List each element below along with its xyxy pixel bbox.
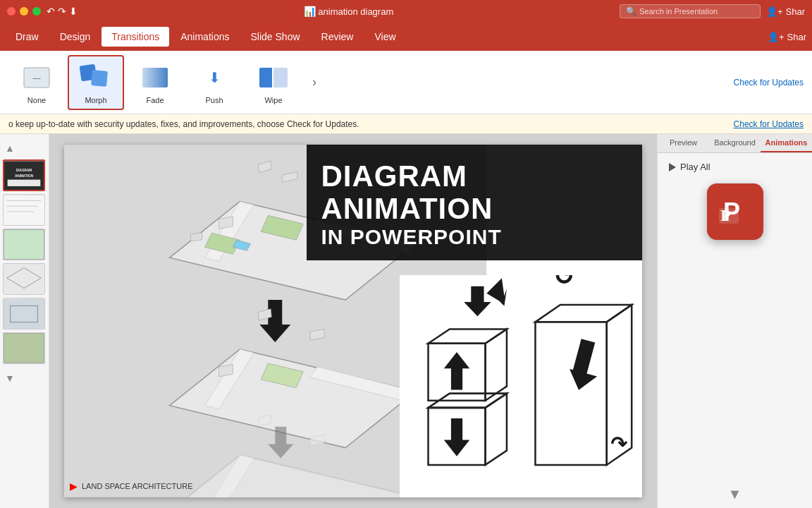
minimize-button[interactable] <box>20 7 28 16</box>
transition-morph[interactable]: Morph <box>68 55 124 110</box>
transition-wipe[interactable]: Wipe <box>245 56 302 109</box>
tab-background[interactable]: Background <box>709 134 761 152</box>
transition-fade[interactable]: Fade <box>127 56 183 109</box>
slides-panel: ▲ DIAGRAM ANIMATION <box>0 134 49 508</box>
svg-marker-41 <box>464 286 491 317</box>
title-line1: DIAGRAM ANIMATION <box>321 160 625 225</box>
ribbon-scroll-right[interactable]: › <box>307 72 321 92</box>
menu-transitions[interactable]: Transitions <box>102 27 169 47</box>
right-panel: Preview Background Animations Play All P… <box>657 134 812 508</box>
undo-button[interactable]: ↶ <box>47 6 55 17</box>
ribbon: — None Morph Fade ⬇ Push <box>0 51 812 114</box>
svg-text:ANIMATION: ANIMATION <box>15 174 34 177</box>
menu-draw[interactable]: Draw <box>6 27 49 47</box>
tab-animations[interactable]: Animations <box>761 134 812 152</box>
slide-canvas: DIAGRAM ANIMATION IN POWERPOINT <box>64 145 642 497</box>
play-triangle-icon <box>669 163 676 171</box>
wipe-icon <box>257 61 290 95</box>
save-button[interactable]: ⬇ <box>69 6 78 17</box>
slide-thumb-4[interactable] <box>3 263 45 295</box>
svg-marker-50 <box>443 352 469 390</box>
share-button[interactable]: 👤+ Shar <box>766 6 805 17</box>
youtube-icon: ▶ <box>70 480 78 492</box>
ppt-icon: 📊 <box>304 6 316 17</box>
morph-label: Morph <box>85 96 106 104</box>
menu-design[interactable]: Design <box>50 27 101 47</box>
channel-name: LAND SPACE ARCHITECTURE <box>82 482 193 490</box>
canvas-area: DIAGRAM ANIMATION IN POWERPOINT <box>49 134 657 508</box>
svg-text:DIAGRAM: DIAGRAM <box>16 169 32 172</box>
slides-scroll-down[interactable]: ▼ <box>3 370 17 387</box>
slide-1-preview: DIAGRAM ANIMATION <box>4 161 44 190</box>
svg-rect-12 <box>4 298 44 329</box>
undo-redo-controls[interactable]: ↶ ↷ ⬇ <box>47 6 78 17</box>
main-area: ▲ DIAGRAM ANIMATION <box>0 134 812 508</box>
svg-text:↺: ↺ <box>553 275 574 291</box>
fade-icon <box>138 61 172 95</box>
share-area[interactable]: 👤+ Shar <box>768 32 806 42</box>
slide-thumb-6[interactable] <box>3 332 45 364</box>
none-label: None <box>27 96 46 104</box>
ppt-logo-svg: P P <box>718 194 753 229</box>
window-controls[interactable] <box>7 7 41 16</box>
cubes-diagram: ↺ <box>400 275 642 497</box>
titlebar-right: 🔍 Search in Presentation 👤+ Shar <box>620 4 805 18</box>
right-panel-content: Play All P P <box>658 153 812 480</box>
svg-marker-49 <box>485 329 506 400</box>
check-updates-link[interactable]: Check for Updates <box>734 78 804 87</box>
svg-marker-45 <box>485 394 506 465</box>
app-title: 📊 animation diagram <box>304 6 394 17</box>
transition-push[interactable]: ⬇ Push <box>186 56 242 109</box>
slide-thumb-1[interactable]: DIAGRAM ANIMATION <box>3 159 45 191</box>
menu-review[interactable]: Review <box>312 27 364 47</box>
play-all-label: Play All <box>680 162 710 172</box>
menu-animations[interactable]: Animations <box>171 27 239 47</box>
cubes-area: ↺ <box>400 275 642 497</box>
right-panel-tabs: Preview Background Animations <box>658 134 812 153</box>
maximize-button[interactable] <box>32 7 41 16</box>
slides-scroll-up[interactable]: ▲ <box>3 140 17 157</box>
check-updates-button[interactable]: Check for Updates <box>734 119 804 129</box>
svg-marker-52 <box>535 322 606 465</box>
right-panel-scroll-down[interactable]: ▼ <box>658 480 812 508</box>
search-bar[interactable]: 🔍 Search in Presentation <box>620 4 761 18</box>
update-notice: o keep up-to-date with security updates,… <box>0 114 812 134</box>
svg-marker-55 <box>565 338 605 394</box>
search-icon: 🔍 <box>626 6 636 16</box>
slide-content: DIAGRAM ANIMATION IN POWERPOINT <box>64 145 642 497</box>
svg-rect-5 <box>8 179 41 186</box>
slide-thumb-2[interactable] <box>3 194 45 226</box>
share-person-icon: 👤+ <box>768 32 785 42</box>
slide-thumb-3[interactable] <box>3 229 45 260</box>
slide-4-preview <box>4 264 44 294</box>
close-button[interactable] <box>7 7 16 16</box>
fade-label: Fade <box>146 96 164 104</box>
youtube-watermark: ▶ LAND SPACE ARCHITECTURE <box>70 480 193 492</box>
svg-marker-46 <box>443 418 469 456</box>
title-bar: ↶ ↷ ⬇ 📊 animation diagram 🔍 Search in Pr… <box>0 0 812 23</box>
slide-5-preview <box>4 298 44 329</box>
morph-icon <box>79 61 113 95</box>
push-label: Push <box>205 96 223 104</box>
play-all-button[interactable]: Play All <box>663 159 806 175</box>
wipe-label: Wipe <box>264 96 282 104</box>
powerpoint-icon: P P <box>707 183 763 240</box>
tab-preview[interactable]: Preview <box>658 134 709 152</box>
slide-2-preview <box>4 195 44 225</box>
title-overlay: DIAGRAM ANIMATION IN POWERPOINT <box>307 145 642 260</box>
menu-slideshow[interactable]: Slide Show <box>240 27 309 47</box>
none-icon: — <box>20 61 54 95</box>
slide-thumb-5[interactable] <box>3 298 45 329</box>
menu-bar: Draw Design Transitions Animations Slide… <box>0 23 812 51</box>
svg-rect-6 <box>4 195 44 225</box>
redo-button[interactable]: ↷ <box>58 6 66 17</box>
title-line2: IN POWERPOINT <box>321 225 625 249</box>
svg-text:—: — <box>33 73 41 82</box>
push-icon: ⬇ <box>197 61 231 95</box>
menu-view[interactable]: View <box>364 27 405 47</box>
svg-text:↷: ↷ <box>610 433 627 455</box>
slide-3-preview <box>4 229 44 260</box>
transition-none[interactable]: — None <box>8 56 65 109</box>
slide-6-preview <box>4 333 44 363</box>
titlebar-left: ↶ ↷ ⬇ <box>7 6 78 17</box>
